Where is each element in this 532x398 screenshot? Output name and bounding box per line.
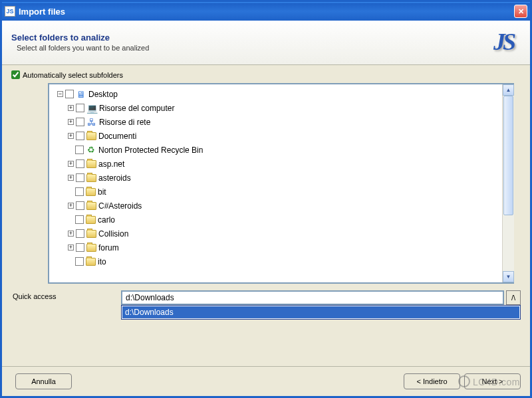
folder-icon bbox=[86, 188, 96, 196]
next-button[interactable]: Next > bbox=[464, 373, 521, 389]
computer-icon: 💻 bbox=[86, 103, 97, 114]
tree-node-label: C#Asteroids bbox=[98, 201, 142, 211]
parent-folder-button[interactable]: /\ bbox=[506, 290, 521, 305]
tree-node[interactable]: + forum bbox=[51, 241, 501, 254]
tree-node-label: Risorse di rete bbox=[99, 118, 150, 127]
quick-access-row: Quick access d:\Downloads /\ bbox=[11, 290, 521, 305]
expand-icon[interactable]: + bbox=[68, 161, 74, 167]
expand-icon[interactable]: + bbox=[68, 175, 74, 181]
tree-node[interactable]: + 💻 Risorse del computer bbox=[51, 101, 501, 115]
autocomplete-dropdown[interactable]: d:\Downloads bbox=[121, 305, 521, 320]
wizard-footer: Annulla < Indietro Next > bbox=[2, 366, 530, 396]
folder-icon bbox=[86, 202, 96, 210]
tree-node-label: Norton Protected Recycle Bin bbox=[98, 146, 203, 155]
window-title: Import files bbox=[19, 7, 514, 17]
tree-checkbox[interactable] bbox=[76, 159, 84, 168]
tree-node-label: asp.net bbox=[98, 159, 124, 169]
tree-node-label: asteroids bbox=[98, 173, 131, 183]
app-icon: JS bbox=[5, 6, 15, 17]
header-panel: Select folders to analize Select all fol… bbox=[2, 21, 530, 65]
tree-node[interactable]: carlo bbox=[51, 213, 501, 227]
tree-node[interactable]: + 🖧 Risorse di rete bbox=[51, 115, 501, 129]
tree-node-label: Risorse del computer bbox=[99, 104, 174, 113]
scroll-track[interactable] bbox=[503, 96, 514, 271]
close-icon[interactable]: ✕ bbox=[514, 5, 527, 18]
tree-node[interactable]: + C#Asteroids bbox=[51, 199, 501, 213]
tree-node-label: Documenti bbox=[98, 132, 136, 141]
folder-icon bbox=[86, 160, 96, 168]
tree-node[interactable]: ito bbox=[51, 254, 501, 268]
vertical-scrollbar[interactable]: ▲ ▼ bbox=[502, 84, 514, 282]
quick-access-input[interactable] bbox=[121, 290, 504, 305]
back-button[interactable]: < Indietro bbox=[404, 373, 460, 389]
expand-icon[interactable]: + bbox=[68, 203, 74, 209]
tree-checkbox[interactable] bbox=[75, 146, 84, 154]
folder-icon bbox=[86, 216, 96, 224]
page-subtitle: Select all folders you want to be analiz… bbox=[17, 44, 486, 52]
cancel-button[interactable]: Annulla bbox=[15, 373, 72, 389]
tree-checkbox[interactable] bbox=[76, 201, 84, 210]
auto-subfolders-input[interactable] bbox=[11, 70, 20, 79]
page-title: Select folders to analize bbox=[11, 33, 486, 43]
folder-tree: − 🖥 Desktop + 💻 Risorse del computer + bbox=[48, 83, 514, 284]
tree-node[interactable]: + Documenti bbox=[51, 129, 501, 143]
expand-icon[interactable]: + bbox=[68, 245, 74, 250]
tree-node-label: carlo bbox=[98, 215, 115, 225]
tree-checkbox[interactable] bbox=[65, 90, 74, 98]
tree-body[interactable]: − 🖥 Desktop + 💻 Risorse del computer + bbox=[49, 84, 502, 282]
tree-node[interactable]: + Collision bbox=[51, 227, 501, 241]
titlebar: JS Import files ✕ bbox=[2, 2, 530, 21]
autocomplete-item[interactable]: d:\Downloads bbox=[122, 306, 519, 318]
tree-root-label: Desktop bbox=[88, 90, 118, 99]
scroll-thumb[interactable] bbox=[503, 96, 513, 215]
folder-icon bbox=[86, 258, 96, 266]
tree-checkbox[interactable] bbox=[75, 215, 84, 224]
tree-checkbox[interactable] bbox=[76, 173, 84, 182]
tree-node-label: ito bbox=[98, 257, 106, 266]
body-panel: Automatically select subfolders − 🖥 Desk… bbox=[2, 65, 530, 366]
folder-icon bbox=[86, 174, 96, 182]
dialog-window: JS Import files ✕ Select folders to anal… bbox=[0, 0, 532, 398]
tree-checkbox[interactable] bbox=[75, 187, 84, 196]
tree-node-label: forum bbox=[98, 243, 119, 252]
quick-access-label: Quick access bbox=[11, 290, 121, 300]
tree-node[interactable]: bit bbox=[51, 185, 501, 199]
tree-node[interactable]: + asp.net bbox=[51, 157, 501, 171]
expand-icon[interactable]: + bbox=[68, 231, 74, 237]
scroll-up-icon[interactable]: ▲ bbox=[503, 84, 514, 96]
expand-icon[interactable]: + bbox=[68, 105, 74, 111]
collapse-icon[interactable]: − bbox=[57, 91, 63, 97]
desktop-icon: 🖥 bbox=[76, 89, 86, 100]
folder-icon bbox=[86, 244, 96, 252]
scroll-down-icon[interactable]: ▼ bbox=[503, 271, 514, 282]
tree-node-label: Collision bbox=[98, 229, 128, 239]
tree-checkbox[interactable] bbox=[76, 243, 84, 252]
tree-node-label: bit bbox=[98, 187, 106, 197]
tree-root[interactable]: − 🖥 Desktop bbox=[51, 87, 501, 101]
auto-subfolders-checkbox[interactable]: Automatically select subfolders bbox=[11, 70, 521, 79]
tree-checkbox[interactable] bbox=[76, 132, 84, 140]
tree-checkbox[interactable] bbox=[76, 104, 84, 112]
logo: JS bbox=[486, 26, 521, 58]
tree-checkbox[interactable] bbox=[76, 118, 84, 126]
recycle-icon: ♻ bbox=[86, 145, 96, 155]
network-icon: 🖧 bbox=[86, 117, 97, 128]
tree-checkbox[interactable] bbox=[76, 229, 84, 238]
auto-subfolders-label: Automatically select subfolders bbox=[23, 71, 123, 79]
folder-icon bbox=[86, 132, 96, 140]
tree-node[interactable]: ♻ Norton Protected Recycle Bin bbox=[51, 143, 501, 157]
tree-node[interactable]: + asteroids bbox=[51, 171, 501, 185]
folder-icon bbox=[86, 230, 96, 238]
tree-checkbox[interactable] bbox=[75, 257, 84, 266]
expand-icon[interactable]: + bbox=[68, 133, 74, 139]
expand-icon[interactable]: + bbox=[68, 119, 74, 125]
